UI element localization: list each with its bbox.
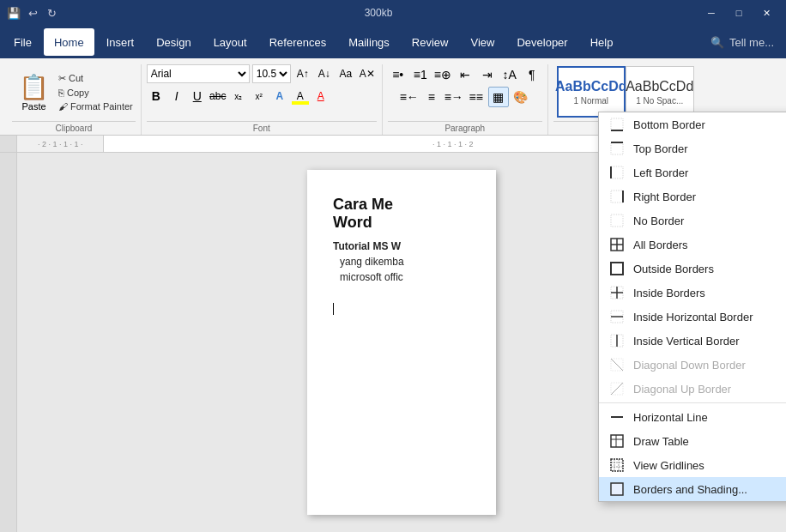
font-case-button[interactable]: Aa [336,64,355,83]
outside-borders-icon [609,261,625,276]
font-grow-button[interactable]: A↑ [293,64,312,83]
svg-rect-8 [611,215,623,227]
left-ruler [0,153,17,532]
diagonal-down-border-item: Diagonal Down Border [599,353,786,377]
undo-icon[interactable]: ↩ [26,6,39,20]
border-dropdown-menu: Bottom Border Top Border Left Border Rig… [598,112,786,502]
horizontal-line-icon [609,409,625,425]
maximize-button[interactable]: □ [726,0,752,26]
font-family-select[interactable]: Arial [147,64,250,83]
decrease-indent-button[interactable]: ⇤ [455,64,475,85]
justify-button[interactable]: ≡≡ [466,87,487,107]
title-bar: 💾 ↩ ↻ 300kb ─ □ ✕ [0,0,786,26]
inside-vertical-border-item[interactable]: Inside Vertical Border [599,329,786,353]
list-numbers-button[interactable]: ≡1 [410,64,431,85]
svg-rect-6 [611,190,623,203]
text-effect-button[interactable]: A [270,87,289,106]
svg-rect-2 [611,142,623,154]
menu-design[interactable]: Design [146,28,201,56]
menu-developer[interactable]: Developer [506,28,577,56]
shading-button[interactable]: 🎨 [511,87,531,107]
format-painter-button[interactable]: 🖌 Format Painter [56,100,136,112]
menu-file[interactable]: File [3,28,42,56]
menu-view[interactable]: View [460,28,505,56]
diagonal-down-border-icon [609,357,625,372]
font-size-select[interactable]: 10.5 [252,64,291,83]
borders-button[interactable]: ▦ [488,87,509,107]
inside-horizontal-border-icon [609,309,625,324]
font-shrink-button[interactable]: A↓ [315,64,334,83]
bottom-border-icon [609,117,625,132]
style-no-spacing[interactable]: AaBbCcDd 1 No Spac... [626,66,694,118]
minimize-button[interactable]: ─ [698,0,724,26]
document-paragraph2: yang dikemba [333,254,470,269]
view-gridlines-icon [609,457,625,473]
underline-button[interactable]: U [188,87,207,106]
list-multilevel-button[interactable]: ≡⊕ [432,64,453,85]
top-border-icon [609,141,625,156]
menu-search[interactable]: 🔍 Tell me... [710,36,783,49]
search-label: Tell me... [729,36,774,49]
menu-layout[interactable]: Layout [203,28,257,56]
menu-review[interactable]: Review [402,28,459,56]
top-border-item[interactable]: Top Border [599,136,786,160]
view-gridlines-item[interactable]: View Gridlines [599,453,786,477]
diagonal-up-border-item: Diagonal Up Border [599,377,786,401]
left-border-icon [609,165,625,180]
copy-button[interactable]: ⎘ Copy [56,87,136,99]
title-bar-title: 300kb [58,7,698,19]
superscript-button[interactable]: x² [250,87,269,106]
svg-rect-12 [611,263,623,275]
menu-help[interactable]: Help [580,28,624,56]
font-color-button[interactable]: A [311,87,330,106]
italic-button[interactable]: I [167,87,186,106]
style-normal[interactable]: AaBbCcDd 1 Normal [557,66,626,118]
borders-and-shading-item[interactable]: Borders and Shading... [599,477,786,501]
align-center-button[interactable]: ≡ [421,87,442,107]
svg-rect-33 [611,483,623,495]
save-icon[interactable]: 💾 [7,6,21,20]
svg-rect-0 [611,118,623,130]
redo-icon[interactable]: ↻ [45,6,58,20]
inside-horizontal-border-item[interactable]: Inside Horizontal Border [599,305,786,329]
svg-line-21 [611,359,623,371]
document-page: Cara Me Word Tutorial MS W yang dikemba … [307,170,496,515]
draw-table-item[interactable]: Draw Table [599,429,786,453]
horizontal-line-item[interactable]: Horizontal Line [599,405,786,429]
ribbon-clipboard-group: 📋 Paste ✂ Cut ⎘ Copy 🖌 Format Painter Cl… [7,64,142,135]
show-formatting-button[interactable]: ¶ [522,64,542,85]
all-borders-item[interactable]: All Borders [599,233,786,257]
menu-mailings[interactable]: Mailings [338,28,400,56]
clear-format-button[interactable]: A✕ [358,64,377,83]
align-right-button[interactable]: ≡→ [444,87,464,107]
no-border-icon [609,213,625,228]
document-paragraph1: Tutorial MS W [333,239,470,254]
font-label: Font [147,121,377,135]
sort-button[interactable]: ↕A [499,64,520,85]
left-border-item[interactable]: Left Border [599,160,786,184]
cursor-container [333,302,470,315]
no-border-item[interactable]: No Border [599,209,786,233]
menu-home[interactable]: Home [44,28,94,56]
highlight-button[interactable]: A [291,87,310,106]
draw-table-icon [609,433,625,449]
bold-button[interactable]: B [147,87,166,106]
menu-insert[interactable]: Insert [96,28,145,56]
menu-references[interactable]: References [259,28,336,56]
close-button[interactable]: ✕ [753,0,779,26]
cut-button[interactable]: ✂ Cut [56,72,136,85]
search-icon: 🔍 [710,36,724,49]
increase-indent-button[interactable]: ⇥ [477,64,498,85]
paste-button[interactable]: 📋 Paste [12,70,56,115]
inside-borders-item[interactable]: Inside Borders [599,281,786,305]
outside-borders-item[interactable]: Outside Borders [599,257,786,281]
list-bullets-button[interactable]: ≡• [388,64,408,85]
subscript-button[interactable]: x₂ [229,87,248,106]
right-border-item[interactable]: Right Border [599,184,786,209]
strikethrough-button[interactable]: abc [209,87,227,106]
ruler-side [0,136,17,152]
align-left-button[interactable]: ≡← [399,87,420,107]
document-paragraph3: microsoft offic [333,269,470,285]
bottom-border-item[interactable]: Bottom Border [599,112,786,136]
paste-icon: 📋 [19,73,49,101]
